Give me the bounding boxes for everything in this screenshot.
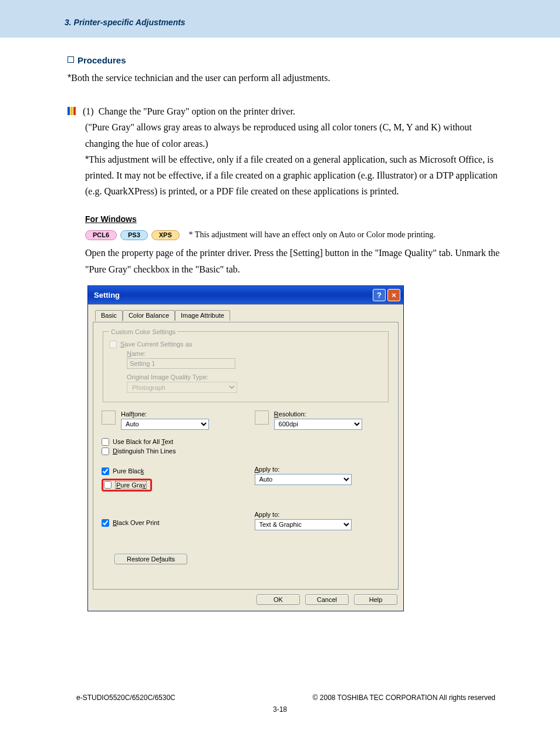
apply-to-label-1: Apply to: xyxy=(255,466,390,473)
halftone-icon xyxy=(102,410,116,425)
badge-note: * This adjustment will have an effect on… xyxy=(189,230,436,239)
step-text: Change the "Pure Gray" option on the pri… xyxy=(99,106,295,116)
doc-header: 3. Printer-specific Adjustments xyxy=(0,0,560,38)
black-over-print-label: Black Over Print xyxy=(113,519,159,526)
setting-dialog: Setting ? × BasicColor BalanceImage Attr… xyxy=(87,285,404,611)
save-settings-checkbox xyxy=(109,341,117,348)
step-explain: ("Pure Gray" allows gray areas to always… xyxy=(85,119,501,151)
pure-black-checkbox[interactable] xyxy=(102,467,109,475)
black-over-print-checkbox[interactable] xyxy=(102,519,109,527)
header-text: 3. Printer-specific Adjustments xyxy=(65,18,185,27)
windows-instruction: Open the property page of the printer dr… xyxy=(85,245,501,277)
footer-right: © 2008 TOSHIBA TEC CORPORATION All right… xyxy=(313,694,495,702)
halftone-select[interactable]: Auto xyxy=(121,419,209,430)
halftone-label: Halftone: xyxy=(121,410,209,418)
name-label: Name: xyxy=(127,350,382,357)
dialog-footer: OK Cancel Help xyxy=(88,590,403,611)
pure-gray-label: Pure Gray xyxy=(115,481,147,489)
procedures-label: Procedures xyxy=(77,55,126,65)
cancel-button[interactable]: Cancel xyxy=(305,594,349,605)
tab-panel-basic: Custom Color Settings Save Current Setti… xyxy=(93,322,399,590)
restore-defaults-button[interactable]: Restore Defaults xyxy=(114,554,187,564)
orig-type-label: Original Image Quality Type: xyxy=(127,374,382,381)
dialog-title: Setting xyxy=(94,291,120,300)
badge-ps3: PS3 xyxy=(120,230,148,240)
group-legend: Custom Color Settings xyxy=(109,328,177,335)
custom-color-settings-group: Custom Color Settings Save Current Setti… xyxy=(103,328,389,402)
dialog-titlebar: Setting ? × xyxy=(88,286,403,304)
resolution-select[interactable]: 600dpi xyxy=(274,419,362,430)
badge-row: PCL6 PS3 XPS * This adjustment will have… xyxy=(85,230,501,240)
badge-xps: XPS xyxy=(151,230,180,240)
help-button[interactable]: Help xyxy=(354,594,397,605)
resolution-icon xyxy=(255,410,269,425)
for-windows-heading: For Windows xyxy=(85,214,501,224)
step-number: (1) xyxy=(83,106,94,116)
procedures-heading: Procedures xyxy=(68,55,501,65)
apply-to-select-2[interactable]: Text & Graphic xyxy=(255,519,352,530)
distinguish-thin-lines-checkbox[interactable] xyxy=(102,447,109,455)
pure-gray-highlight: Pure Gray xyxy=(102,479,152,492)
step-note: *This adjustment will be effective, only… xyxy=(85,152,501,200)
tab-basic[interactable]: Basic xyxy=(95,310,123,321)
step-color-icon xyxy=(68,104,78,112)
intro-line: *Both the service technician and the use… xyxy=(68,70,501,86)
distinguish-thin-lines-label: Distinguish Thin Lines xyxy=(113,447,176,455)
tab-strip: BasicColor BalanceImage Attribute xyxy=(88,305,403,322)
square-bullet-icon xyxy=(68,56,74,63)
help-icon[interactable]: ? xyxy=(373,289,386,301)
save-settings-label: Save Current Settings as xyxy=(120,341,192,348)
ok-button[interactable]: OK xyxy=(257,594,300,605)
pure-gray-checkbox[interactable] xyxy=(104,481,112,489)
content-area: Procedures *Both the service technician … xyxy=(0,38,560,611)
apply-to-select-1[interactable]: Auto xyxy=(255,474,352,485)
step-1: (1) Change the "Pure Gray" option on the… xyxy=(68,103,501,199)
name-input xyxy=(127,358,235,369)
intro-text: Both the service technician and the user… xyxy=(71,73,330,83)
resolution-label: Resolution: xyxy=(274,410,362,418)
badge-pcl6: PCL6 xyxy=(85,230,117,240)
orig-type-select: Photograph xyxy=(127,382,237,393)
use-black-text-checkbox[interactable] xyxy=(102,438,109,446)
tab-color-balance[interactable]: Color Balance xyxy=(123,310,175,321)
close-icon[interactable]: × xyxy=(387,289,400,301)
footer-left: e-STUDIO5520C/6520C/6530C xyxy=(76,694,176,702)
dialog-body: BasicColor BalanceImage Attribute Custom… xyxy=(88,304,403,611)
pure-black-label: Pure Black xyxy=(113,467,144,475)
use-black-text-label: Use Black for All Text xyxy=(113,438,173,445)
apply-to-label-2: Apply to: xyxy=(255,511,390,518)
tab-image-attribute[interactable]: Image Attribute xyxy=(175,310,230,321)
step-note-text: This adjustment will be effective, only … xyxy=(85,154,497,196)
page-number: 3-18 xyxy=(0,705,560,714)
page-footer: e-STUDIO5520C/6520C/6530C © 2008 TOSHIBA… xyxy=(0,611,560,702)
